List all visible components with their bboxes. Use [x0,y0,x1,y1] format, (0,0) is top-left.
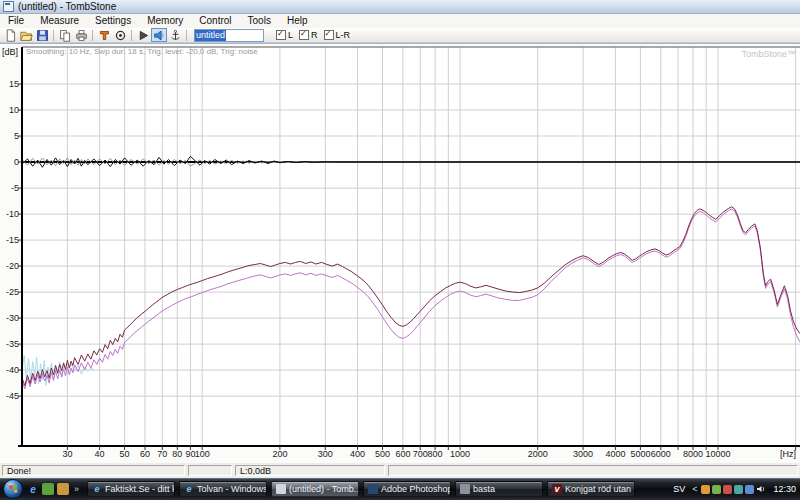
checkbox-checked-icon [324,30,334,40]
channel-checkbox-r[interactable]: R [299,30,318,40]
status-segment-3 [388,465,798,476]
tray-collapse-chevron[interactable]: < [692,484,697,494]
amber-app-icon[interactable] [57,483,69,495]
taskbar-clock[interactable]: 12:30 [773,484,796,494]
menu-item-control[interactable]: Control [191,14,239,28]
open-button[interactable] [18,28,34,42]
menu-item-measure[interactable]: Measure [32,14,87,28]
start-measurement-button[interactable] [135,28,151,42]
generic-window-icon [460,484,470,494]
menu-item-settings[interactable]: Settings [87,14,139,28]
tombstone-window: (untitled) - TombStone FileMeasureSettin… [0,0,800,500]
svg-text:-30: -30 [6,313,19,323]
anchor-icon [169,29,182,42]
new-document-icon [4,29,17,42]
taskbar-button-label: basta [473,484,495,494]
status-segment-done: Done! [2,465,185,476]
menu-item-file[interactable]: File [0,14,32,28]
orange-tray-icon[interactable] [701,485,710,494]
preset-name-input[interactable]: untitled [194,29,264,42]
toolbar-separator [53,30,54,41]
monitor-button[interactable] [151,28,167,42]
windows-flag-icon [9,485,18,494]
taskbar: e»eFaktiskt.Se - ditt k...eTolvan - Wind… [0,478,800,500]
record-button[interactable] [112,28,128,42]
tone-generator-icon [98,29,111,42]
photoshop-icon [368,484,378,494]
start-button[interactable] [3,479,23,499]
internet-explorer-icon[interactable]: e [27,483,39,495]
svg-text:300: 300 [318,449,333,459]
watermark: TombStone™ [741,49,796,59]
new-document-button[interactable] [2,28,18,42]
svg-text:4000: 4000 [605,449,625,459]
svg-text:3000: 3000 [573,449,593,459]
svg-text:1000: 1000 [450,449,470,459]
checkbox-checked-icon [299,30,309,40]
copy-icon [59,29,72,42]
channel-checkbox-label: R [311,30,318,40]
y-axis-unit: [dB] [2,47,18,57]
network-tray-icon[interactable] [734,485,743,494]
menu-item-help[interactable]: Help [279,14,316,28]
copy-button[interactable] [57,28,73,42]
svg-text:200: 200 [272,449,287,459]
print-icon [75,29,88,42]
quick-launch-overflow-chevron[interactable]: » [72,484,81,494]
svg-text:15: 15 [9,79,19,89]
toolbar-separator [131,30,132,41]
taskbar-button-1[interactable]: eFaktiskt.Se - ditt k... [87,481,175,497]
display-tray-icon[interactable] [745,485,754,494]
taskbar-button-label: Adobe Photoshop... [381,484,451,494]
volume-tray-icon[interactable] [756,480,766,498]
green-antenna-tray-icon[interactable] [712,485,721,494]
probe-button[interactable] [167,28,183,42]
green-app-icon[interactable] [42,483,54,495]
tone-generator-button[interactable] [96,28,112,42]
system-tray [701,480,766,498]
menu-item-tools[interactable]: Tools [240,14,279,28]
save-icon [36,29,49,42]
taskbar-button-label: Konjgat röd utan -... [565,484,635,494]
toolbar: untitledLRL-R [0,28,800,43]
channel-checkbox-label: L-R [336,30,351,40]
svg-text:-20: -20 [6,261,19,271]
window-title: (untitled) - TombStone [18,1,116,12]
statusbar: Done!L:0,0dB [0,463,800,478]
channel-checkbox-l-r[interactable]: L-R [324,30,351,40]
svg-text:5: 5 [14,131,19,141]
taskbar-button-5[interactable]: basta [455,481,543,497]
svg-text:5000: 5000 [630,449,650,459]
red-tray-icon[interactable] [723,485,732,494]
taskbar-button-4[interactable]: Adobe Photoshop... [363,481,451,497]
toolbar-separator [92,30,93,41]
save-button[interactable] [34,28,50,42]
svg-text:80: 80 [172,449,182,459]
svg-text:-35: -35 [6,339,19,349]
taskbar-button-6[interactable]: vKonjgat röd utan -... [547,481,635,497]
tombstone-app-icon [276,484,286,494]
channel-checkbox-label: L [288,30,293,40]
svg-text:70: 70 [157,449,167,459]
svg-text:50: 50 [120,449,130,459]
channel-checkboxes: LRL-R [276,30,350,40]
svg-text:500: 500 [375,449,390,459]
menu-item-memory[interactable]: Memory [139,14,191,28]
print-button[interactable] [73,28,89,42]
taskbar-button-label: Faktiskt.Se - ditt k... [105,484,175,494]
svg-text:8000: 8000 [683,449,703,459]
svg-text:10000: 10000 [705,449,730,459]
svg-text:6000: 6000 [651,449,671,459]
taskbar-button-3[interactable]: (untitled) - Tomb... [271,481,359,497]
svg-text:10: 10 [9,105,19,115]
titlebar[interactable]: (untitled) - TombStone [0,0,800,14]
taskbar-button-label: (untitled) - Tomb... [289,484,359,494]
svg-text:-25: -25 [6,287,19,297]
svg-text:-10: -10 [6,209,19,219]
svg-text:800: 800 [428,449,443,459]
language-indicator[interactable]: SV [670,484,688,494]
taskbar-button-2[interactable]: eTolvan - Windows... [179,481,267,497]
svg-text:40: 40 [95,449,105,459]
svg-text:600: 600 [395,449,410,459]
channel-checkbox-l[interactable]: L [276,30,293,40]
